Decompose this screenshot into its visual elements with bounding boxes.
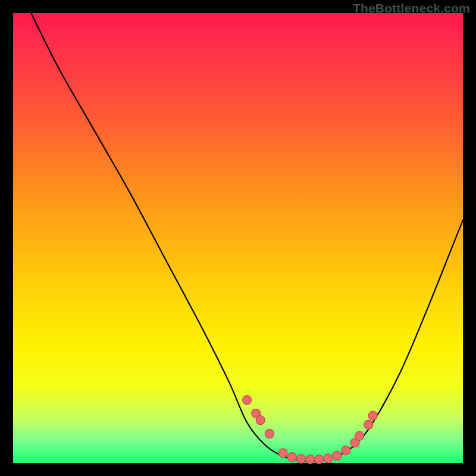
data-point [306,455,315,464]
chart-svg [13,13,463,463]
data-point [287,453,296,462]
data-point [342,446,350,455]
data-point [256,416,265,425]
data-point [333,451,342,460]
data-point [265,429,274,438]
data-point [243,396,252,405]
data-point [278,449,287,458]
data-point [355,431,364,440]
data-point [364,420,373,429]
data-point [324,454,333,463]
dots-group [243,396,378,464]
data-point [296,455,305,464]
data-point [315,455,324,464]
data-point [368,411,377,420]
bottleneck-curve [31,13,463,461]
